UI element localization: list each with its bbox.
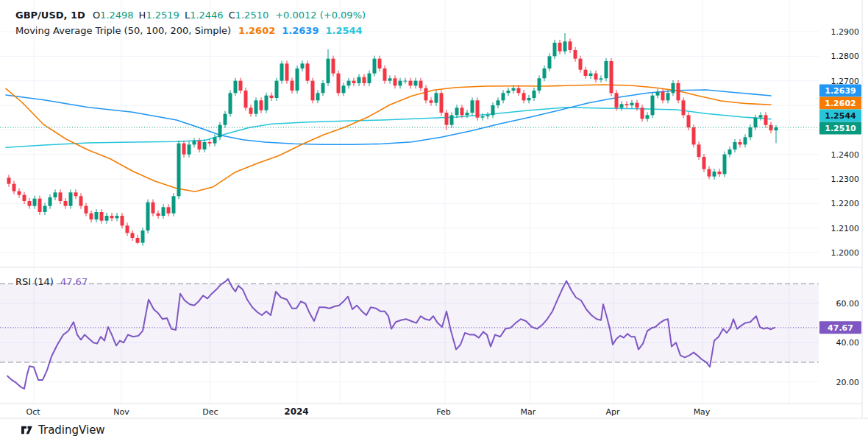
candle-body	[594, 74, 598, 80]
candle-body	[172, 196, 176, 213]
candle-body	[584, 70, 588, 76]
candle-body	[661, 92, 665, 101]
price-pane[interactable]	[0, 33, 819, 246]
candle-body	[430, 100, 433, 102]
price-axis[interactable]: 1.29001.28001.27001.24001.23001.22001.21…	[819, 27, 861, 387]
tradingview-logo[interactable]: TradingView	[21, 423, 105, 437]
time-axis-label: Mar	[521, 407, 536, 417]
price-axis-label: 1.2300	[831, 175, 860, 184]
candle-body	[321, 83, 325, 93]
candle-body	[414, 81, 418, 86]
tradingview-wordmark: TradingView	[38, 423, 105, 437]
candle-body	[440, 93, 444, 113]
candle-body	[280, 63, 284, 80]
ma100-value: 1.2639	[282, 25, 319, 36]
candle-body	[543, 68, 547, 78]
candle-body	[692, 127, 696, 144]
price-badge-label: 1.2602	[825, 99, 855, 108]
candle-body	[352, 81, 356, 83]
candle-body	[486, 115, 490, 116]
candle-body	[471, 100, 474, 113]
chart-canvas[interactable]: 1.29001.28001.27001.24001.23001.22001.21…	[0, 0, 868, 447]
rsi-indicator-title[interactable]: RSI (14)	[15, 276, 54, 287]
price-badge-label: 1.2510	[825, 124, 856, 133]
candle-body	[157, 214, 160, 216]
candle-body	[177, 144, 181, 197]
candle-body	[697, 144, 701, 157]
candle-body	[615, 93, 619, 108]
candle-body	[589, 74, 593, 76]
candle-body	[49, 197, 52, 206]
ohlc-low: L1.2446	[185, 10, 224, 21]
time-axis[interactable]: OctNovDec2024FebMarAprMay	[26, 406, 710, 417]
candle-body	[54, 192, 57, 197]
candle-body	[224, 114, 227, 125]
candle-body	[64, 201, 68, 206]
candle-body	[574, 50, 577, 59]
time-axis-label: Apr	[605, 407, 620, 417]
candle-body	[115, 216, 119, 218]
candle-body	[764, 115, 768, 124]
candle-body	[316, 93, 320, 100]
time-axis-label: May	[694, 407, 711, 417]
candle-body	[749, 127, 753, 137]
candle-body	[110, 216, 114, 218]
candle-body	[131, 233, 135, 238]
candle-body	[162, 207, 166, 216]
candle-body	[651, 96, 655, 116]
candle-body	[244, 91, 248, 108]
candle-body	[85, 206, 88, 214]
candle-body	[218, 125, 222, 138]
candle-body	[579, 59, 583, 70]
rsi-band-fill	[0, 284, 819, 362]
candle-body	[38, 199, 42, 212]
time-axis-label: Nov	[113, 407, 129, 417]
candle-body	[193, 141, 196, 144]
ma-line-100	[6, 90, 771, 144]
candle-body	[775, 127, 778, 130]
candle-body	[342, 85, 346, 93]
candle-body	[394, 78, 397, 85]
time-axis-label: Feb	[436, 407, 450, 417]
candle-body	[285, 63, 289, 80]
candle-body	[646, 115, 650, 119]
candle-body	[708, 169, 711, 177]
rsi-legend: RSI (14) 47.67	[15, 276, 88, 287]
chart-window: 1.29001.28001.27001.24001.23001.22001.21…	[0, 0, 868, 447]
candle-body	[275, 81, 279, 98]
candle-body	[167, 207, 171, 213]
candle-body	[311, 81, 315, 101]
candle-body	[522, 93, 526, 100]
candle-body	[337, 74, 341, 94]
rsi-axis-label: 40.00	[836, 338, 860, 348]
candle-body	[373, 59, 377, 74]
candle-body	[69, 192, 73, 205]
candle-body	[136, 238, 140, 243]
candle-body	[419, 81, 423, 88]
candle-body	[450, 115, 454, 124]
candle-body	[666, 93, 670, 100]
candle-body	[332, 59, 335, 74]
ma-indicator-title[interactable]: Moving Average Triple (50, 100, 200, Sim…	[15, 25, 231, 36]
symbol-legend: GBP/USD, 1D O1.2498 H1.2519 L1.2446 C1.2…	[15, 10, 366, 21]
candle-body	[507, 91, 511, 93]
time-axis-label: 2024	[284, 406, 308, 417]
candle-body	[569, 41, 572, 50]
candle-body	[682, 100, 686, 115]
symbol-title[interactable]: GBP/USD, 1D	[15, 10, 85, 21]
candle-body	[182, 144, 186, 155]
candle-body	[759, 115, 763, 117]
candle-body	[234, 81, 238, 94]
candle-body	[100, 212, 104, 221]
candle-body	[636, 103, 639, 108]
candle-body	[672, 83, 675, 93]
candle-body	[517, 88, 521, 94]
rsi-pane[interactable]	[0, 279, 819, 389]
candle-body	[368, 74, 371, 83]
candle-body	[497, 100, 500, 105]
candle-body	[301, 63, 305, 68]
candle-body	[630, 103, 634, 105]
candle-body	[677, 83, 680, 100]
candle-body	[33, 199, 37, 206]
candle-body	[435, 93, 438, 102]
